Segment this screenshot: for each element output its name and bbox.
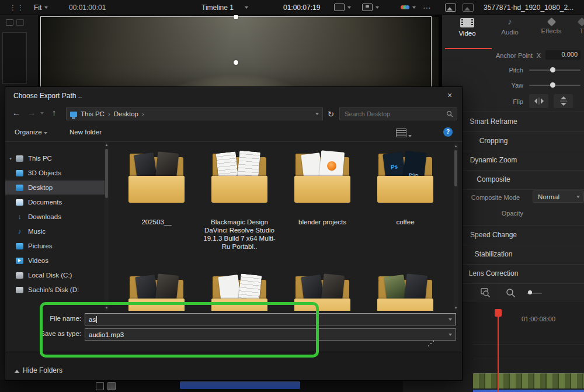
viewer-display-option[interactable]	[334, 0, 351, 15]
chevron-down-icon	[347, 6, 351, 9]
anchor-x-value[interactable]: 0.000	[545, 50, 580, 60]
file-grid-scrollbar[interactable]: ▴ ▾	[454, 143, 458, 311]
zoom-fit-select[interactable]: Fit	[34, 0, 48, 15]
refresh-icon[interactable]: ↻	[328, 110, 334, 119]
up-icon[interactable]: ↑	[52, 108, 56, 117]
file-folder-202503[interactable]: 202503__	[116, 150, 197, 226]
color-option[interactable]	[401, 0, 416, 15]
folder-icon	[209, 273, 270, 311]
scroll-up-icon[interactable]: ▴	[105, 143, 109, 147]
search-input[interactable]	[343, 110, 439, 118]
history-chevron-icon[interactable]	[40, 112, 44, 115]
organize-button[interactable]: Organize	[15, 129, 47, 136]
file-folder-blackmagic[interactable]: Blackmagic Design DaVinci Resolve Studio…	[199, 150, 280, 251]
view-mode-button[interactable]	[396, 129, 412, 138]
opacity-label: Opacity	[467, 210, 523, 217]
viewer-overlay-option[interactable]	[362, 0, 379, 15]
zoom-slider-handle[interactable]	[528, 290, 532, 294]
search-box[interactable]	[339, 107, 457, 120]
file-name-input[interactable]: as	[85, 313, 456, 325]
file-folder-blender-projects[interactable]: blender projects	[282, 150, 363, 226]
tab-audio[interactable]: ♪ Audio	[495, 16, 524, 36]
hide-folders-button[interactable]: Hide Folders	[15, 366, 62, 374]
3d-objects-icon	[16, 170, 23, 176]
address-bar[interactable]: This PC › Desktop ›	[66, 107, 323, 120]
chevron-down-icon[interactable]	[449, 334, 452, 336]
file-folder-partial[interactable]	[116, 273, 197, 311]
scroll-up-icon[interactable]: ▴	[454, 144, 458, 148]
disk-icon	[16, 287, 23, 293]
app-root: ⋮⋮ Fit 00:01:00:01 Timeline 1 01:00:07:1…	[0, 0, 584, 392]
sidebar-item-this-pc[interactable]: ▾ This PC	[5, 151, 105, 165]
export-path-dialog: Choose Export Path .. × ← → ↑ This PC › …	[5, 86, 463, 381]
scroll-down-icon[interactable]: ▾	[454, 306, 458, 310]
file-folder-coffee[interactable]: Ps PSD coffee	[365, 150, 446, 226]
help-icon[interactable]: ?	[443, 127, 453, 137]
filmstrip-icon	[460, 18, 474, 27]
back-icon[interactable]: ←	[12, 108, 20, 117]
forward-icon[interactable]: →	[27, 108, 36, 117]
app-menu-icon[interactable]: ⋮⋮	[9, 0, 25, 15]
resize-grip-icon[interactable]	[428, 345, 429, 346]
media-pool-icon[interactable]	[6, 19, 13, 26]
video-clip-thumbnails[interactable]	[473, 373, 584, 388]
folder-icon	[375, 273, 436, 311]
timeline-audio-clip[interactable]	[180, 381, 300, 389]
stills-icon[interactable]	[463, 0, 474, 15]
playhead-line[interactable]	[498, 309, 499, 392]
timeline-select[interactable]: Timeline 1	[201, 0, 248, 15]
sidebar-item-videos[interactable]: Videos	[5, 254, 105, 268]
flip-horizontal-button[interactable]	[529, 94, 548, 108]
search-icon	[446, 110, 453, 117]
close-icon[interactable]: ×	[442, 89, 457, 101]
chevron-down-icon[interactable]	[449, 318, 452, 321]
pitch-slider-handle[interactable]	[550, 67, 555, 72]
transform-center-handle[interactable]	[234, 60, 238, 65]
videos-icon	[16, 258, 23, 264]
audio-clip-strip[interactable]	[473, 390, 584, 392]
breadcrumb-desktop[interactable]: Desktop	[114, 110, 138, 117]
yaw-slider-handle[interactable]	[550, 82, 555, 88]
media-bin-panel	[2, 32, 27, 84]
new-folder-button[interactable]: New folder	[69, 129, 102, 136]
transition-icon	[577, 18, 584, 27]
chevron-down-icon	[412, 6, 416, 9]
tab-effects[interactable]: Effects	[535, 16, 568, 34]
viewer-preview	[38, 15, 442, 86]
sidebar-item-local-disk-c[interactable]: Local Disk (C:)	[5, 268, 105, 282]
bin-list-icon[interactable]	[16, 19, 24, 26]
breadcrumb-this-pc[interactable]: This PC	[81, 110, 105, 117]
gallery-icon[interactable]	[445, 0, 456, 15]
sidebar-item-desktop[interactable]: Desktop	[5, 181, 105, 195]
sidebar-item-pictures[interactable]: Pictures	[5, 239, 105, 253]
folder-icon	[292, 150, 353, 204]
window-filled-icon[interactable]	[107, 382, 116, 390]
address-dropdown-icon[interactable]	[315, 113, 319, 115]
save-as-type-select[interactable]: audio1.mp3	[85, 328, 456, 341]
tab-video[interactable]: Video	[453, 18, 482, 37]
file-folder-partial[interactable]	[282, 273, 363, 311]
sidebar-item-disk-d[interactable]: Sachin's Disk (D:	[5, 283, 105, 297]
sidebar-item-3d-objects[interactable]: 3D Objects	[5, 166, 105, 180]
more-options-icon[interactable]: ⋯	[423, 0, 431, 15]
composite-mode-select[interactable]: Normal	[533, 190, 584, 203]
flip-vertical-button[interactable]	[554, 94, 573, 108]
timecode-left: 00:01:00:01	[69, 0, 106, 15]
sidebar-item-documents[interactable]: Documents	[5, 195, 105, 209]
file-folder-partial[interactable]	[365, 273, 446, 311]
sidebar-item-downloads[interactable]: ↓ Downloads	[5, 210, 105, 224]
color-wheels-icon	[401, 5, 409, 9]
transform-top-handle[interactable]	[234, 15, 238, 19]
zoom-icon[interactable]	[506, 288, 516, 300]
sidebar-scrollbar[interactable]: ▴ ▾	[105, 142, 109, 311]
music-note-icon: ♪	[495, 16, 524, 26]
transform-bounding-box[interactable]	[40, 16, 432, 86]
fit-label: Fit	[34, 4, 41, 12]
file-folder-partial[interactable]	[199, 273, 280, 311]
yaw-label: Yaw	[467, 82, 523, 89]
scroll-down-icon[interactable]: ▾	[105, 306, 109, 310]
tab-transition[interactable]: T	[577, 16, 584, 34]
window-icon[interactable]	[96, 382, 104, 390]
sidebar-item-music[interactable]: ♪ Music	[5, 224, 105, 238]
zoom-fit-icon[interactable]	[481, 288, 491, 300]
